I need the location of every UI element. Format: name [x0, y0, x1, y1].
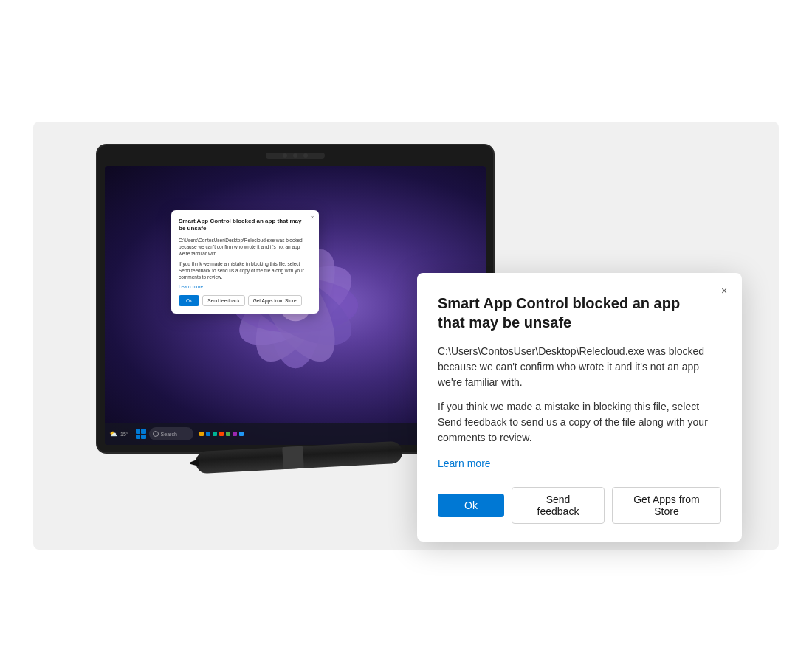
- screen-dialog-link: Learn more: [179, 284, 312, 289]
- taskbar-app-icon-2: [206, 432, 210, 436]
- taskbar-app-icon-4: [219, 432, 224, 436]
- screen-store-button[interactable]: Get Apps from Store: [248, 295, 302, 306]
- tablet-camera2: [293, 153, 297, 158]
- taskbar-app-icon-3: [213, 432, 217, 436]
- taskbar-app-icon-1: [199, 432, 204, 436]
- screen-dialog-buttons: Ok Send feedback Get Apps from Store: [179, 295, 312, 306]
- dialog-close-button[interactable]: ×: [715, 282, 733, 300]
- start-button-area[interactable]: [136, 429, 146, 439]
- tablet-camera-bar: [266, 153, 325, 159]
- screen-ok-button[interactable]: Ok: [179, 295, 199, 306]
- screen-dialog-body: C:\Users\ContosUser\Desktop\Relecloud.ex…: [179, 237, 312, 257]
- windows-start-icon: [136, 429, 146, 439]
- weather-icon: ⛅: [109, 430, 117, 438]
- send-feedback-button[interactable]: Send feedback: [512, 487, 605, 524]
- stylus-tip: [190, 459, 199, 467]
- taskbar-apps: [199, 432, 244, 436]
- dialog-body-path: C:\Users\ContosUser\Desktop\Relecloud.ex…: [438, 344, 721, 390]
- ok-button[interactable]: Ok: [438, 494, 504, 517]
- screen-dialog-close: ×: [309, 213, 316, 221]
- taskbar-app-icon-5: [226, 432, 230, 436]
- search-icon: [153, 431, 159, 437]
- get-apps-store-button[interactable]: Get Apps from Store: [612, 487, 721, 524]
- search-label: Search: [161, 432, 177, 437]
- dialog-body-instruction: If you think we made a mistake in blocki…: [438, 399, 721, 446]
- screen-feedback-button[interactable]: Send feedback: [202, 295, 244, 306]
- screen-dialog-body2: If you think we made a mistake in blocki…: [179, 260, 312, 280]
- weather-temp: 15°: [120, 432, 128, 437]
- taskbar-app-icon-6: [233, 432, 237, 436]
- dialog-button-row: Ok Send feedback Get Apps from Store: [438, 487, 721, 524]
- tablet-camera3: [303, 153, 308, 158]
- taskbar-search[interactable]: Search: [149, 427, 193, 440]
- dialog-title: Smart App Control blocked an app that ma…: [438, 294, 721, 332]
- main-security-dialog: × Smart App Control blocked an app that …: [417, 273, 742, 542]
- screen-dialog-title: Smart App Control blocked an app that ma…: [179, 218, 312, 233]
- screen-small-dialog: × Smart App Control blocked an app that …: [171, 210, 319, 314]
- learn-more-link[interactable]: Learn more: [438, 457, 721, 469]
- stylus-grip-band: [282, 446, 304, 469]
- tablet-camera: [283, 153, 287, 158]
- taskbar-app-icon-7: [239, 432, 244, 436]
